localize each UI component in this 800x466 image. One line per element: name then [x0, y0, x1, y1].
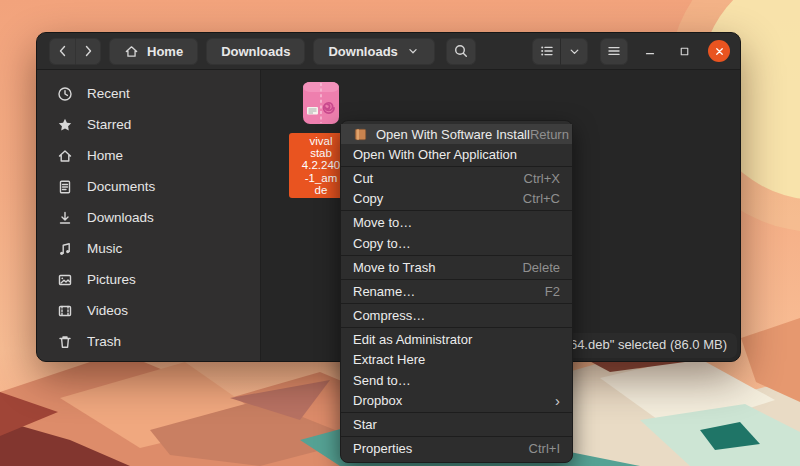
menu-item-properties[interactable]: Properties Ctrl+I	[341, 439, 572, 459]
view-options-button[interactable]	[560, 38, 588, 65]
sidebar-item-downloads[interactable]: Downloads	[37, 202, 260, 233]
menu-item-label: Compress…	[353, 308, 425, 323]
document-icon	[57, 179, 73, 195]
breadcrumb-label: Downloads	[328, 44, 397, 59]
menu-item-label: Star	[353, 417, 377, 432]
menu-item-label: Cut	[353, 171, 373, 186]
chevron-right-icon	[80, 43, 96, 59]
maximize-button[interactable]	[672, 39, 696, 63]
minimize-button[interactable]	[638, 39, 662, 63]
menu-separator	[341, 210, 572, 211]
menu-item-extract-here[interactable]: Extract Here	[341, 350, 572, 370]
menu-separator	[341, 166, 572, 167]
close-button[interactable]	[708, 40, 730, 62]
chevron-down-icon	[406, 44, 420, 58]
software-install-icon	[353, 127, 368, 142]
breadcrumb-label: Home	[147, 44, 183, 59]
submenu-arrow-icon: ›	[555, 393, 560, 408]
menu-item-move-to-trash[interactable]: Move to Trash Delete	[341, 257, 572, 277]
menu-separator	[341, 327, 572, 328]
menu-separator	[341, 279, 572, 280]
menu-item-open-with-other-application[interactable]: Open With Other Application	[341, 144, 572, 164]
hamburger-icon	[606, 43, 622, 59]
search-button[interactable]	[446, 38, 476, 65]
sidebar-label: Trash	[87, 334, 121, 349]
menu-item-label: Properties	[353, 441, 412, 456]
search-icon	[453, 43, 469, 59]
menu-separator	[341, 436, 572, 437]
menu-item-accel: Ctrl+C	[523, 191, 560, 206]
menu-separator	[341, 412, 572, 413]
menu-item-star[interactable]: Star	[341, 414, 572, 434]
chevron-down-icon	[567, 44, 582, 59]
sidebar-item-recent[interactable]: Recent	[37, 78, 260, 109]
breadcrumb-downloads[interactable]: Downloads	[206, 38, 305, 65]
sidebar-label: Pictures	[87, 272, 136, 287]
header-right	[446, 38, 740, 65]
menu-item-open-with-software-install[interactable]: Open With Software Install Return	[341, 124, 572, 144]
menu-item-send-to[interactable]: Send to…	[341, 370, 572, 390]
view-split-button	[532, 38, 588, 65]
menu-item-cut[interactable]: Cut Ctrl+X	[341, 168, 572, 188]
list-view-icon	[539, 43, 555, 59]
menu-item-accel: Return	[530, 127, 569, 142]
menu-item-copy-to[interactable]: Copy to…	[341, 233, 572, 253]
menu-item-accel: Ctrl+X	[524, 171, 560, 186]
chevron-left-icon	[55, 43, 71, 59]
menu-item-move-to[interactable]: Move to…	[341, 213, 572, 233]
menu-item-compress[interactable]: Compress…	[341, 306, 572, 326]
sidebar-label: Downloads	[87, 210, 154, 225]
menu-item-label: Move to…	[353, 215, 412, 230]
sidebar: Recent Starred Home Documents Downloads …	[37, 70, 261, 361]
home-icon	[57, 148, 73, 164]
menu-item-label: Copy to…	[353, 236, 411, 251]
home-icon	[124, 44, 139, 59]
menu-item-copy[interactable]: Copy Ctrl+C	[341, 189, 572, 209]
sidebar-label: Videos	[87, 303, 128, 318]
sidebar-item-music[interactable]: Music	[37, 233, 260, 264]
download-icon	[57, 210, 73, 226]
menu-item-label: Send to…	[353, 373, 411, 388]
star-icon	[57, 117, 73, 133]
maximize-icon	[678, 45, 691, 58]
sidebar-item-home[interactable]: Home	[37, 140, 260, 171]
sidebar-label: Home	[87, 148, 123, 163]
video-icon	[57, 303, 73, 319]
forward-button[interactable]	[75, 38, 101, 65]
menu-item-label: Move to Trash	[353, 260, 435, 275]
menu-item-label: Copy	[353, 191, 383, 206]
headerbar: Home Downloads Downloads	[37, 33, 740, 70]
menu-item-label: Rename…	[353, 284, 415, 299]
menu-item-rename[interactable]: Rename… F2	[341, 281, 572, 301]
list-view-button[interactable]	[532, 38, 560, 65]
context-menu: Open With Software Install Return Open W…	[340, 120, 573, 463]
menu-item-dropbox[interactable]: Dropbox ›	[341, 390, 572, 410]
breadcrumb-downloads-menu[interactable]: Downloads	[313, 38, 434, 65]
nav-buttons	[49, 38, 101, 65]
music-icon	[57, 241, 73, 257]
menu-item-label: Extract Here	[353, 352, 425, 367]
menu-separator	[341, 255, 572, 256]
sidebar-label: Recent	[87, 86, 130, 101]
menu-item-label: Open With Software Install	[376, 127, 530, 142]
breadcrumb-label: Downloads	[221, 44, 290, 59]
sidebar-label: Starred	[87, 117, 131, 132]
menu-item-edit-as-administrator[interactable]: Edit as Administrator	[341, 330, 572, 350]
sidebar-item-trash[interactable]: Trash	[37, 326, 260, 357]
menu-item-label: Open With Other Application	[353, 147, 517, 162]
menu-item-accel: Ctrl+I	[529, 441, 560, 456]
sidebar-item-starred[interactable]: Starred	[37, 109, 260, 140]
back-button[interactable]	[49, 38, 75, 65]
breadcrumb-home[interactable]: Home	[109, 38, 198, 65]
trash-icon	[57, 334, 73, 350]
picture-icon	[57, 272, 73, 288]
sidebar-item-pictures[interactable]: Pictures	[37, 264, 260, 295]
sidebar-item-videos[interactable]: Videos	[37, 295, 260, 326]
deb-package-icon	[301, 81, 341, 127]
sidebar-label: Documents	[87, 179, 155, 194]
sidebar-item-documents[interactable]: Documents	[37, 171, 260, 202]
menu-separator	[341, 303, 572, 304]
menu-item-label: Edit as Administrator	[353, 332, 472, 347]
menu-item-accel: Delete	[522, 260, 560, 275]
main-menu-button[interactable]	[600, 38, 628, 65]
